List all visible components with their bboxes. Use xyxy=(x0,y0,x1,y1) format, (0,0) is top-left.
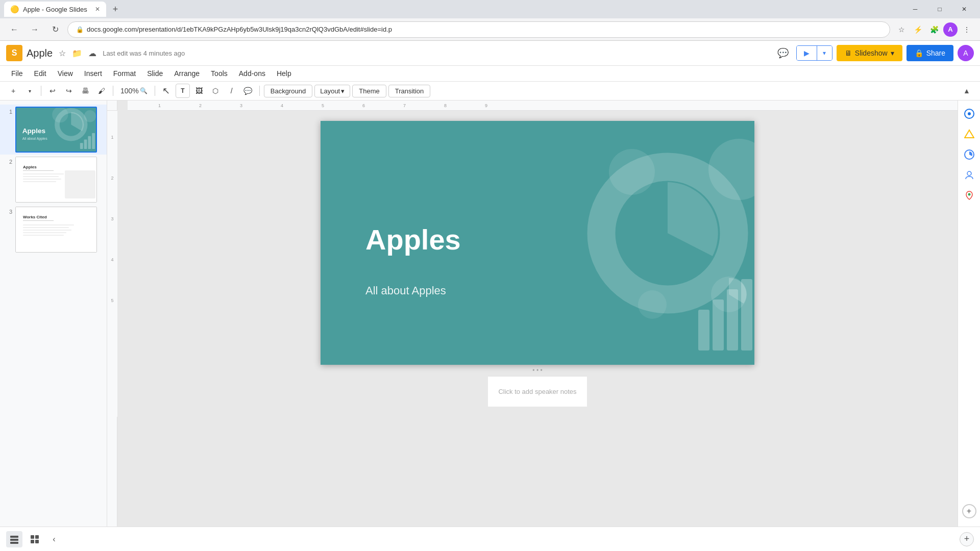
back-button[interactable]: ← xyxy=(6,21,22,38)
last-edit-text[interactable]: Last edit was 4 minutes ago xyxy=(103,49,185,57)
speaker-notes[interactable]: Click to add speaker notes xyxy=(488,376,586,407)
comment-button[interactable]: 💬 xyxy=(774,44,792,62)
horizontal-ruler: 1 2 3 4 5 6 7 8 9 xyxy=(128,101,958,111)
close-button[interactable]: ✕ xyxy=(952,0,976,18)
address-bar-row: ← → ↻ 🔒 docs.google.com/presentation/d/1… xyxy=(0,18,980,41)
comment-tool-button[interactable]: 💬 xyxy=(241,84,255,98)
explore-icon xyxy=(964,109,974,119)
theme-button[interactable]: Theme xyxy=(352,85,386,97)
menu-arrange[interactable]: Arrange xyxy=(169,67,205,80)
svg-rect-20 xyxy=(23,220,54,221)
new-tab-button[interactable]: + xyxy=(108,2,122,16)
slide-item-3[interactable]: 3 Works Cited xyxy=(0,205,107,255)
share-button[interactable]: 🔒 Share xyxy=(906,45,953,61)
background-button[interactable]: Background xyxy=(264,85,312,97)
slide-title[interactable]: Apples xyxy=(365,223,461,256)
move-to-icon[interactable]: 📁 xyxy=(70,46,84,60)
svg-rect-6 xyxy=(80,143,83,149)
svg-rect-58 xyxy=(10,539,18,541)
restore-button[interactable]: □ xyxy=(928,0,951,18)
minimize-button[interactable]: ─ xyxy=(903,0,927,18)
cloud-status-icon[interactable]: ☁ xyxy=(86,46,99,60)
window-controls: ─ □ ✕ xyxy=(903,0,976,18)
grid-view-icon xyxy=(30,535,39,544)
star-icon[interactable]: ☆ xyxy=(57,46,68,60)
menu-edit[interactable]: Edit xyxy=(29,67,52,80)
menu-addons[interactable]: Add-ons xyxy=(234,67,271,80)
maps-sidebar-icon[interactable] xyxy=(960,186,978,205)
canvas-body: 1 2 3 4 5 xyxy=(107,111,958,527)
svg-text:3: 3 xyxy=(111,216,113,221)
canvas-area: 1 2 3 4 5 6 7 8 9 xyxy=(107,101,958,527)
calendar-sidebar-icon[interactable] xyxy=(960,145,978,164)
grid-view-button[interactable] xyxy=(27,531,43,547)
list-view-button[interactable] xyxy=(6,531,22,547)
menu-help[interactable]: Help xyxy=(272,67,297,80)
menu-tools[interactable]: Tools xyxy=(206,67,233,80)
tab-close-button[interactable]: ✕ xyxy=(95,6,100,13)
slide-thumb-1: Apples All about Apples xyxy=(15,107,97,153)
svg-point-46 xyxy=(638,290,667,319)
address-icons: ☆ ⚡ 🧩 A ⋮ xyxy=(894,22,974,37)
slideshow-button[interactable]: 🖥 Slideshow ▾ xyxy=(837,45,902,61)
slide-frame[interactable]: Apples All about Apples xyxy=(321,121,754,365)
add-slide-button[interactable]: + xyxy=(960,532,974,546)
bookmark-star-icon[interactable]: ☆ xyxy=(894,22,909,37)
svg-text:2: 2 xyxy=(199,103,202,108)
slide-number-2: 2 xyxy=(4,157,12,165)
sidebar-add-section: + xyxy=(962,504,976,522)
svg-rect-13 xyxy=(23,173,64,174)
slide-preview-1: Apples All about Apples xyxy=(16,108,96,152)
sidebar-add-button[interactable]: + xyxy=(962,504,976,518)
layout-button[interactable]: Layout ▾ xyxy=(314,85,350,97)
paint-format-button[interactable]: 🖌 xyxy=(94,84,109,98)
shapes-button[interactable]: ⬡ xyxy=(208,84,223,98)
toolbar-collapse-button[interactable]: ▲ xyxy=(960,84,974,98)
line-button[interactable]: / xyxy=(225,84,239,98)
present-button[interactable]: ▶ xyxy=(797,46,817,60)
svg-text:6: 6 xyxy=(362,103,365,108)
print-button[interactable]: 🖶 xyxy=(78,84,92,98)
menu-view[interactable]: View xyxy=(53,67,78,80)
people-sidebar-icon[interactable] xyxy=(960,166,978,184)
select-tool-button[interactable]: ↖ xyxy=(159,84,174,98)
address-input[interactable]: 🔒 docs.google.com/presentation/d/1ebTKA9… xyxy=(67,21,890,38)
slide-subtitle[interactable]: All about Apples xyxy=(365,284,446,297)
user-avatar[interactable]: A xyxy=(958,45,974,61)
text-box-button[interactable]: T xyxy=(176,84,190,98)
menu-format[interactable]: Format xyxy=(108,67,141,80)
refresh-button[interactable]: ↻ xyxy=(47,21,63,38)
zoom-select[interactable]: 100% 🔍 xyxy=(117,86,151,96)
transition-button[interactable]: Transition xyxy=(388,85,431,97)
svg-point-45 xyxy=(711,277,747,312)
redo-button[interactable]: ↪ xyxy=(62,84,76,98)
resize-handle[interactable]: • • • xyxy=(532,365,542,376)
svg-rect-26 xyxy=(128,101,958,111)
menu-file[interactable]: File xyxy=(6,67,28,80)
svg-text:1: 1 xyxy=(158,103,161,108)
slide-item-2[interactable]: 2 Apples xyxy=(0,155,107,205)
slide-item-1[interactable]: 1 Apples All about xyxy=(0,105,107,155)
menu-dots-icon[interactable]: ⋮ xyxy=(960,22,974,37)
image-button[interactable]: 🖼 xyxy=(192,84,206,98)
active-tab[interactable]: 🟡 Apple - Google Slides ✕ xyxy=(4,2,106,17)
profile-icon[interactable]: A xyxy=(943,22,958,37)
menu-slide[interactable]: Slide xyxy=(142,67,168,80)
insert-button[interactable]: + xyxy=(6,84,20,98)
toolbar: + ▾ ↩ ↪ 🖶 🖌 100% 🔍 ↖ T 🖼 ⬡ / 💬 Backgroun… xyxy=(0,82,980,101)
menu-bar: File Edit View Insert Format Slide Arran… xyxy=(0,66,980,82)
collapse-panel-button[interactable]: ‹ xyxy=(47,532,61,546)
undo-button[interactable]: ↩ xyxy=(45,84,60,98)
extensions-icon[interactable]: 🧩 xyxy=(927,22,941,37)
insert-dropdown-button[interactable]: ▾ xyxy=(22,84,37,98)
explore-sidebar-icon[interactable] xyxy=(960,105,978,123)
forward-button[interactable]: → xyxy=(27,21,43,38)
divider-3 xyxy=(155,86,155,96)
drive-sidebar-icon[interactable] xyxy=(960,125,978,143)
menu-insert[interactable]: Insert xyxy=(79,67,107,80)
present-dropdown-button[interactable]: ▾ xyxy=(817,46,832,60)
browser-feature-icon[interactable]: ⚡ xyxy=(911,22,925,37)
slideshow-icon: 🖥 xyxy=(845,49,852,57)
svg-rect-16 xyxy=(23,181,56,182)
svg-point-44 xyxy=(609,149,655,195)
